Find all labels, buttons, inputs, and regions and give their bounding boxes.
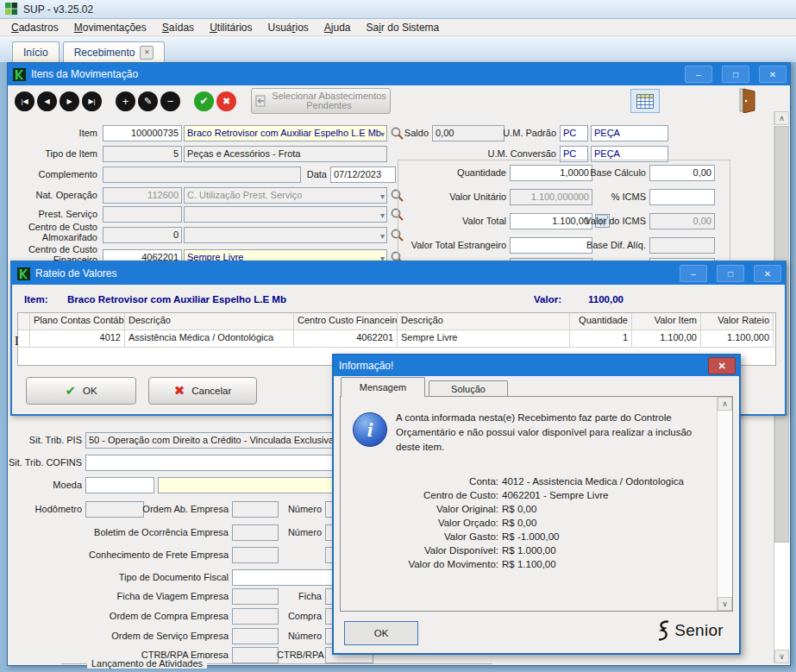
rateio-minimize-button[interactable]: – [680, 265, 707, 282]
confirm-button[interactable]: ✔ [194, 91, 214, 111]
remove-record-button[interactable]: − [160, 91, 180, 111]
table-view-button[interactable] [630, 89, 660, 113]
item-label: Item [8, 128, 97, 138]
menu-cadastros[interactable]: Cadastros [3, 20, 66, 35]
dialog-titlebar[interactable]: Informação! ✕ [334, 355, 739, 376]
dialog-details: Conta:4012 - Assistencia Medica / Odonto… [348, 474, 718, 571]
base-dif-aliq-label: Base Dif. Alíq. [542, 240, 646, 250]
col-quantidade[interactable]: Quantidade [570, 313, 632, 330]
nav-last-button[interactable]: ▶| [82, 91, 102, 111]
valor-icms-field: 0,00 [649, 213, 715, 229]
tipo-doc-fiscal-label: Tipo de Documento Fiscal [60, 572, 229, 582]
itens-window-titlebar[interactable]: Itens da Movimentação – □ ✕ [8, 63, 790, 85]
item-code-field[interactable]: 100000735 [103, 125, 182, 141]
boletim-empresa-field [232, 524, 279, 541]
ordem-compra-empresa-field [232, 608, 279, 625]
text-cursor: I [15, 335, 19, 349]
valor-icms-label: Valor do ICMS [542, 216, 646, 226]
hand-arrow-icon [255, 95, 267, 107]
tab-solucao[interactable]: Solução [429, 380, 508, 397]
ordem-servico-numero-label: Número [282, 631, 322, 641]
menu-movimentacoes[interactable]: Movimentações [66, 20, 154, 35]
col-valor-rateio[interactable]: Valor Rateio [701, 313, 774, 330]
itens-minimize-button[interactable]: – [685, 66, 712, 83]
ficha-viagem-empresa-field [232, 588, 279, 605]
nav-next-button[interactable]: ▶ [60, 91, 79, 111]
ordem-compra-label: Ordem de Compra Empresa [60, 611, 229, 621]
itens-toolbar: |◀ ◀ ▶ ▶| + ✎ − ✔ ✖ Selecionar Abastecim… [8, 85, 790, 116]
conhecimento-empresa-field [232, 547, 279, 563]
base-calculo-field[interactable]: 0,00 [649, 165, 715, 181]
rateio-maximize-button[interactable]: □ [717, 265, 744, 282]
boletim-label: Boletim de Ocorrência Empresa [60, 527, 229, 537]
nat-operacao-code-field: 112600 [103, 187, 182, 204]
scroll-down-icon[interactable]: ∨ [774, 650, 789, 663]
senior-s-icon [655, 619, 671, 642]
table-row[interactable]: 4012 Assistência Médica / Odontológica 4… [18, 330, 775, 348]
icms-pct-field[interactable] [649, 189, 715, 205]
app-title: SUP - v3.25.02 [23, 3, 93, 16]
tipo-item-code-field: 5 [103, 146, 182, 162]
complemento-field [103, 166, 301, 183]
edit-record-button[interactable]: ✎ [138, 91, 158, 111]
moeda-code-field[interactable] [85, 477, 154, 493]
ficha-label: Ficha [282, 591, 322, 601]
menu-usuarios[interactable]: Usuários [260, 20, 316, 35]
selecionar-abastecimentos-button[interactable]: Selecionar AbastecimentosPendentes [251, 88, 391, 114]
col-descricao-2[interactable]: Descrição [398, 313, 570, 330]
ctrb-rpa-empresa-field [232, 647, 279, 663]
tab-recebimento[interactable]: Recebimento ✕ [63, 41, 166, 62]
detail-label: Valor do Movimento: [348, 557, 498, 571]
info-icon: i [353, 412, 387, 447]
col-plano-contas[interactable]: Plano Contas Contábil [30, 313, 125, 330]
ficha-viagem-label: Ficha de Viagem Empresa [60, 591, 229, 601]
lancamento-atividades-label: Lançamento de Atividades [87, 658, 207, 669]
rateio-item-value: Braco Retrovisor com Auxiliar Espelho L.… [67, 294, 286, 305]
ordem-servico-empresa-field [232, 628, 279, 644]
cancel-button[interactable]: ✖ [216, 91, 236, 111]
col-descricao-1[interactable]: Descrição [125, 313, 294, 330]
data-field[interactable]: 07/12/2023 [330, 166, 396, 183]
col-centro-custo[interactable]: Centro Custo Financeiro [294, 313, 398, 330]
detail-value: R$ 1.100,00 [502, 557, 718, 571]
tab-inicio[interactable]: Início [12, 41, 60, 62]
detail-value: 4062201 - Sempre Livre [502, 488, 718, 502]
tipo-item-label: Tipo de Item [8, 148, 97, 159]
menu-utilitarios[interactable]: Utilitários [202, 20, 260, 35]
itens-close-button[interactable]: ✕ [759, 66, 787, 83]
scroll-up-icon[interactable]: ∧ [718, 397, 732, 411]
ordem-servico-label: Ordem de Serviço Empresa [60, 631, 229, 641]
hodometro-label: Hodômetro [8, 504, 82, 514]
rateio-window-titlebar[interactable]: Rateio de Valores – □ ✕ [12, 262, 785, 285]
door-icon [737, 87, 758, 113]
itens-maximize-button[interactable]: □ [722, 66, 749, 83]
tab-mensagem[interactable]: Mensagem [341, 377, 425, 397]
nav-prev-button[interactable]: ◀ [37, 91, 57, 111]
rateio-cancelar-button[interactable]: ✖ Cancelar [148, 377, 257, 405]
menu-ajuda[interactable]: Ajuda [317, 20, 359, 35]
cc-almoxarifado-code-field: 0 [103, 227, 182, 243]
item-desc-combo[interactable]: Braco Retrovisor com Auxiliar Espelho L.… [184, 125, 387, 141]
sit-trib-pis-label: Sit. Trib. PIS [8, 435, 82, 445]
valor-unitario-label: Valor Unitário [404, 192, 506, 202]
app-titlebar[interactable]: SUP - v3.25.02 [0, 0, 796, 19]
boletim-numero-label: Número [282, 527, 322, 537]
scroll-down-icon[interactable]: ∨ [718, 597, 732, 611]
dialog-ok-button[interactable]: OK [344, 621, 418, 645]
tab-close-icon[interactable]: ✕ [140, 46, 154, 60]
detail-value: R$ 1.000,00 [502, 543, 718, 557]
dialog-close-button[interactable]: ✕ [708, 357, 736, 374]
col-valor-item[interactable]: Valor Item [632, 313, 701, 330]
rateio-ok-button[interactable]: ✔ OK [26, 377, 136, 405]
scroll-up-icon[interactable]: ∧ [774, 111, 789, 125]
menu-saidas[interactable]: Saídas [154, 20, 202, 35]
add-record-button[interactable]: + [116, 91, 135, 111]
detail-value: R$ 0,00 [502, 516, 718, 530]
rateio-close-button[interactable]: ✕ [754, 265, 781, 282]
ordem-ab-numero-label: Número [282, 504, 322, 514]
dialog-scrollbar[interactable]: ∧ ∨ [717, 397, 732, 611]
menu-sair-do-sistema[interactable]: Sair do Sistema [359, 20, 448, 35]
nav-first-button[interactable]: |◀ [15, 91, 34, 111]
tipo-item-desc-field: Peças e Acessórios - Frota [184, 146, 387, 162]
exit-door-button[interactable] [737, 87, 758, 113]
